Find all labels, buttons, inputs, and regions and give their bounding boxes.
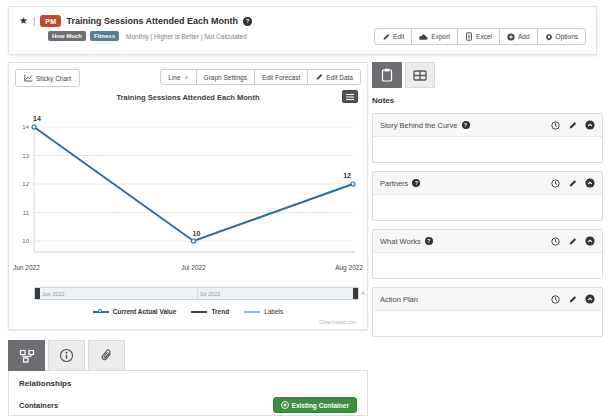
- legend-line-marker: [191, 311, 207, 313]
- pencil-icon: [382, 33, 390, 41]
- notes-panel: Notes Story Behind the Curve ? Partners …: [372, 62, 603, 337]
- help-icon[interactable]: ?: [462, 121, 470, 129]
- history-clock-icon[interactable]: [551, 121, 560, 130]
- graph-settings-button[interactable]: Graph Settings: [196, 69, 255, 85]
- edit-forecast-button[interactable]: Edit Forecast: [254, 69, 308, 85]
- collapse-chevron-up-icon[interactable]: [585, 178, 595, 188]
- chart-context-menu-button[interactable]: [342, 90, 358, 103]
- navigator-left-handle[interactable]: [35, 288, 40, 299]
- legend-item-labels[interactable]: Labels: [244, 308, 283, 315]
- legend-line-marker: [244, 311, 260, 313]
- header-title-row: ★ | PM Training Sessions Attended Each M…: [9, 7, 596, 27]
- navigator-right-handle[interactable]: [353, 288, 358, 299]
- chart-toolbar: Sticky Chart Line ∨ Graph Settings Edit …: [9, 63, 367, 87]
- existing-container-label: Existing Container: [292, 402, 349, 409]
- navigator-label-mid: Jul 2022: [200, 291, 221, 297]
- add-button[interactable]: Add: [499, 28, 538, 45]
- tab-data-table[interactable]: [405, 62, 435, 88]
- help-icon[interactable]: ?: [425, 237, 433, 245]
- legend-dot: [98, 309, 102, 313]
- excel-button[interactable]: Excel: [457, 28, 500, 45]
- history-clock-icon[interactable]: [551, 295, 560, 304]
- favorite-star-icon[interactable]: ★: [19, 16, 28, 26]
- collapse-chevron-up-icon[interactable]: [585, 120, 595, 130]
- history-clock-icon[interactable]: [551, 237, 560, 246]
- note-card-header[interactable]: Partners ?: [373, 172, 602, 195]
- legend-line-circle-marker: [93, 311, 109, 313]
- note-card-content[interactable]: [373, 253, 602, 278]
- measure-type-badge: PM: [40, 15, 61, 27]
- pencil-icon: [315, 73, 323, 81]
- chart-panel: Sticky Chart Line ∨ Graph Settings Edit …: [8, 62, 368, 330]
- legend-item-trend[interactable]: Trend: [191, 308, 229, 315]
- tab-relationships[interactable]: [8, 340, 45, 371]
- legend-label: Current Actual Value: [113, 308, 177, 315]
- add-button-label: Add: [518, 33, 530, 40]
- collapse-chevron-up-icon[interactable]: [585, 236, 595, 246]
- svg-text:10: 10: [193, 230, 201, 237]
- chart-type-value: Line: [168, 74, 180, 81]
- pencil-icon[interactable]: [568, 121, 577, 130]
- legend-item-current-actual-value[interactable]: Current Actual Value: [93, 308, 177, 315]
- pencil-icon[interactable]: [568, 237, 577, 246]
- info-icon: [59, 348, 74, 363]
- plus-circle-icon: [281, 401, 289, 409]
- navigator-label-start: Jun 2022: [42, 291, 65, 297]
- chart-title: Training Sessions Attended Each Month: [9, 93, 367, 102]
- tag-how-much: How Much: [48, 31, 86, 41]
- line-chart-plot: 1011121314141012Jun 2022Jul 2022Aug 2022: [11, 104, 365, 276]
- relationships-heading: Relationships: [19, 379, 357, 388]
- sticky-chart-button[interactable]: Sticky Chart: [15, 69, 80, 87]
- notes-tabs: [372, 62, 603, 88]
- sticky-chart-label: Sticky Chart: [36, 75, 71, 82]
- chart-navigator[interactable]: Jun 2022 Jul 2022: [34, 287, 359, 300]
- note-card-story-behind-the-curve: Story Behind the Curve ?: [372, 113, 603, 163]
- note-card-content[interactable]: [373, 311, 602, 336]
- note-card-header[interactable]: Story Behind the Curve ?: [373, 114, 602, 137]
- options-button[interactable]: Options: [537, 28, 586, 45]
- history-clock-icon[interactable]: [551, 179, 560, 188]
- chart-line-icon: [24, 74, 33, 82]
- note-card-actions: [551, 178, 595, 188]
- containers-row: Containers Existing Container: [19, 397, 357, 413]
- title-divider: |: [33, 16, 35, 26]
- svg-text:14: 14: [33, 115, 41, 122]
- note-card-action-plan: Action Plan: [372, 287, 603, 337]
- export-button[interactable]: Export: [411, 28, 458, 45]
- existing-container-button[interactable]: Existing Container: [273, 397, 357, 413]
- svg-text:Jul 2022: Jul 2022: [181, 264, 206, 271]
- edit-forecast-label: Edit Forecast: [262, 74, 300, 81]
- edit-button-label: Edit: [393, 33, 404, 40]
- measure-header: ★ | PM Training Sessions Attended Each M…: [8, 6, 597, 55]
- graph-settings-label: Graph Settings: [204, 74, 247, 81]
- pencil-icon[interactable]: [568, 295, 577, 304]
- svg-text:Jun 2022: Jun 2022: [13, 264, 40, 271]
- svg-text:12: 12: [343, 172, 351, 179]
- options-button-label: Options: [556, 33, 578, 40]
- help-icon[interactable]: ?: [412, 179, 420, 187]
- note-card-header[interactable]: What Works ?: [373, 230, 602, 253]
- note-card-title: Action Plan: [380, 295, 418, 304]
- edit-button[interactable]: Edit: [374, 28, 412, 45]
- plus-circle-icon: [507, 33, 515, 41]
- note-card-title: Story Behind the Curve: [380, 121, 458, 130]
- edit-data-button[interactable]: Edit Data: [307, 69, 361, 85]
- clipboard-icon: [381, 68, 393, 82]
- note-card-header[interactable]: Action Plan: [373, 288, 602, 311]
- table-grid-icon: [413, 70, 427, 81]
- chart-type-dropdown[interactable]: Line ∨: [160, 69, 196, 85]
- title-help-icon[interactable]: ?: [243, 17, 252, 26]
- tab-attachments[interactable]: [88, 340, 125, 371]
- note-card-title: Partners: [380, 179, 408, 188]
- tab-notes[interactable]: [372, 62, 402, 88]
- note-card-content[interactable]: [373, 195, 602, 220]
- svg-text:Aug 2022: Aug 2022: [335, 264, 363, 272]
- collapse-chevron-up-icon[interactable]: [585, 294, 595, 304]
- hamburger-menu-icon: [345, 93, 355, 101]
- tab-info[interactable]: [48, 340, 85, 371]
- svg-text:11: 11: [23, 210, 30, 216]
- note-card-content[interactable]: [373, 137, 602, 162]
- svg-text:10: 10: [22, 238, 29, 244]
- excel-button-label: Excel: [476, 33, 492, 40]
- pencil-icon[interactable]: [568, 179, 577, 188]
